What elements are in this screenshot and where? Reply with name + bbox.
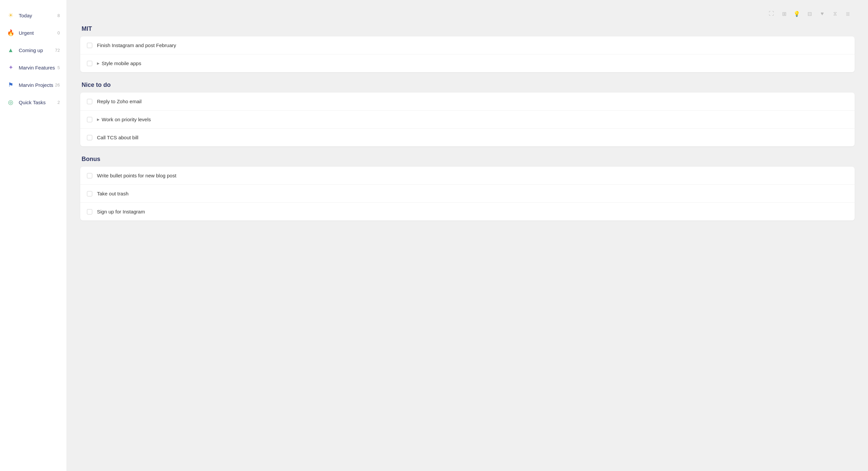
task-checkbox-t5[interactable] <box>87 135 92 140</box>
task-checkbox-t4[interactable] <box>87 117 92 122</box>
task-row-t2[interactable]: ▶Style mobile apps <box>80 55 855 72</box>
sections-container: MIT★Finish Instagram and post February▶S… <box>80 25 855 221</box>
urgent-icon: 🔥 <box>7 29 15 37</box>
task-row-t3[interactable]: Reply to Zoho email <box>80 93 855 110</box>
toolbar-sort-icon[interactable]: ≣ <box>844 10 851 18</box>
task-label-t5: Call TCS about bill <box>97 135 138 140</box>
sidebar-item-urgent[interactable]: 🔥 Urgent 0 <box>0 24 66 41</box>
marvin-features-icon: ✦ <box>7 64 15 71</box>
task-label-t3: Reply to Zoho email <box>97 99 142 104</box>
sidebar: ☀ Today 8 🔥 Urgent 0 ▲ Coming up 72 ✦ Ma… <box>0 0 67 471</box>
task-checkbox-t6[interactable] <box>87 173 92 178</box>
toolbar-heart-icon[interactable]: ♥ <box>818 10 826 18</box>
toolbar: ⛶⊞💡⊟♥⧖≣ <box>80 10 855 18</box>
sidebar-count-coming-up: 72 <box>55 48 60 53</box>
task-label-t4: Work on priority levels <box>102 116 151 122</box>
section-title-bonus: Bonus <box>80 156 855 163</box>
section-title-nice-to-do: Nice to do <box>80 81 855 89</box>
main-content: ⛶⊞💡⊟♥⧖≣ MIT★Finish Instagram and post Fe… <box>67 0 868 471</box>
toolbar-grid-icon[interactable]: ⊟ <box>806 10 813 18</box>
task-label-t6: Write bullet points for new blog post <box>97 173 176 178</box>
quick-tasks-icon: ◎ <box>7 98 15 106</box>
sidebar-label-urgent: Urgent <box>19 30 58 36</box>
task-row-t1[interactable]: ★Finish Instagram and post February <box>80 36 855 55</box>
task-label-t2: Style mobile apps <box>102 61 141 66</box>
sidebar-count-quick-tasks: 2 <box>58 100 60 105</box>
task-label-t1: Finish Instagram and post February <box>97 42 176 48</box>
sidebar-label-marvin-features: Marvin Features <box>19 65 58 70</box>
section-nice-to-do: Nice to doReply to Zoho email▶Work on pr… <box>80 81 855 146</box>
toolbar-lightbulb-icon[interactable]: 💡 <box>793 10 801 18</box>
task-checkbox-t8[interactable] <box>87 209 92 214</box>
sidebar-label-coming-up: Coming up <box>19 47 55 53</box>
task-row-t4[interactable]: ▶Work on priority levels <box>80 110 855 129</box>
toolbar-fullscreen-icon[interactable]: ⛶ <box>768 10 775 18</box>
task-expand-t2[interactable]: ▶ <box>97 62 100 65</box>
task-checkbox-t7[interactable] <box>87 191 92 196</box>
section-mit: MIT★Finish Instagram and post February▶S… <box>80 25 855 72</box>
task-label-t8: Sign up for Instagram <box>97 209 145 214</box>
sidebar-count-marvin-projects: 26 <box>55 82 60 88</box>
task-expand-t4[interactable]: ▶ <box>97 117 100 121</box>
tasks-card-bonus: Write bullet points for new blog postTak… <box>80 167 855 221</box>
toolbar-filter-icon[interactable]: ⧖ <box>831 10 839 18</box>
task-checkbox-t2[interactable] <box>87 61 92 66</box>
tasks-card-nice-to-do: Reply to Zoho email▶Work on priority lev… <box>80 93 855 146</box>
tasks-card-mit: ★Finish Instagram and post February▶Styl… <box>80 36 855 72</box>
sidebar-count-urgent: 0 <box>58 30 60 35</box>
task-row-t8[interactable]: Sign up for Instagram <box>80 203 855 221</box>
sidebar-item-quick-tasks[interactable]: ◎ Quick Tasks 2 <box>0 94 66 111</box>
sidebar-label-marvin-projects: Marvin Projects <box>19 82 55 88</box>
sidebar-count-today: 8 <box>58 13 60 18</box>
section-title-mit: MIT <box>80 25 855 32</box>
task-row-t7[interactable]: Take out trash <box>80 185 855 203</box>
sidebar-item-marvin-features[interactable]: ✦ Marvin Features 5 <box>0 59 66 76</box>
task-row-t6[interactable]: Write bullet points for new blog post <box>80 167 855 185</box>
toolbar-add-subtask-icon[interactable]: ⊞ <box>780 10 788 18</box>
today-icon: ☀ <box>7 11 15 20</box>
coming-up-icon: ▲ <box>7 46 15 54</box>
marvin-projects-icon: ⚑ <box>7 81 15 89</box>
sidebar-label-today: Today <box>19 13 58 19</box>
task-label-t7: Take out trash <box>97 191 128 196</box>
sidebar-item-marvin-projects[interactable]: ⚑ Marvin Projects 26 <box>0 76 66 94</box>
section-bonus: BonusWrite bullet points for new blog po… <box>80 156 855 221</box>
task-row-t5[interactable]: Call TCS about bill <box>80 129 855 146</box>
sidebar-count-marvin-features: 5 <box>58 65 60 70</box>
task-checkbox-t1[interactable] <box>87 43 92 48</box>
sidebar-label-quick-tasks: Quick Tasks <box>19 100 58 105</box>
sidebar-item-coming-up[interactable]: ▲ Coming up 72 <box>0 41 66 59</box>
task-checkbox-t3[interactable] <box>87 99 92 104</box>
sidebar-item-today[interactable]: ☀ Today 8 <box>0 7 66 24</box>
